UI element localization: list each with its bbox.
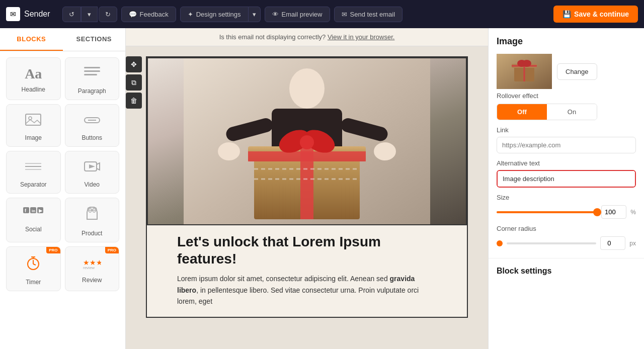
size-slider-fill bbox=[497, 211, 597, 213]
svg-rect-2 bbox=[84, 74, 97, 75]
social-icon: f in ▶ bbox=[23, 206, 43, 222]
panel-tabs: BLOCKS SECTIONS bbox=[0, 28, 125, 51]
email-bar: Is this email not displaying correctly? … bbox=[126, 28, 488, 46]
video-icon bbox=[84, 159, 100, 177]
image-icon bbox=[25, 113, 41, 130]
pro-badge-timer: PRO bbox=[46, 247, 60, 253]
main-layout: BLOCKS SECTIONS Aa Headline Paragraph Im… bbox=[0, 28, 644, 349]
corner-row: 0 px bbox=[497, 236, 636, 250]
review-icon: ★★★ review bbox=[83, 255, 101, 273]
send-test-button[interactable]: ✉ Send test email bbox=[334, 7, 403, 22]
block-item-paragraph[interactable]: Paragraph bbox=[65, 57, 120, 100]
dropdown-button[interactable]: ▾ bbox=[81, 7, 98, 22]
image-thumbnail bbox=[497, 54, 552, 89]
undo-icon: ↺ bbox=[69, 11, 74, 18]
save-icon: 💾 bbox=[562, 10, 571, 18]
block-item-separator[interactable]: Separator bbox=[6, 151, 61, 194]
toggle-off-button[interactable]: Off bbox=[497, 104, 547, 120]
image-section: Image bbox=[489, 28, 644, 258]
tab-blocks[interactable]: BLOCKS bbox=[0, 28, 63, 51]
paragraph-icon bbox=[84, 66, 100, 83]
undo-redo-group: ↺ ▾ ↻ bbox=[62, 7, 117, 22]
headline-label: Headline bbox=[22, 86, 45, 93]
delete-block-button[interactable]: 🗑 bbox=[126, 93, 142, 109]
canvas-wrapper: ✥ ⧉ 🗑 bbox=[146, 56, 468, 318]
image-thumbnail-row: Change bbox=[497, 54, 636, 89]
blocks-grid: Aa Headline Paragraph Image Buttons bbox=[0, 51, 125, 297]
change-button[interactable]: Change bbox=[557, 63, 597, 80]
svg-text:in: in bbox=[32, 209, 35, 213]
size-slider[interactable] bbox=[497, 207, 597, 217]
email-image-block[interactable] bbox=[147, 57, 467, 225]
size-label: Size bbox=[497, 194, 636, 201]
block-item-buttons[interactable]: Buttons bbox=[65, 104, 120, 147]
block-item-timer[interactable]: Timer PRO bbox=[6, 246, 61, 291]
logo-text: Sender bbox=[24, 10, 50, 19]
svg-text:review: review bbox=[83, 266, 95, 269]
svg-point-29 bbox=[289, 68, 325, 109]
move-block-button[interactable]: ✥ bbox=[126, 56, 142, 72]
svg-rect-1 bbox=[84, 70, 100, 72]
left-panel: BLOCKS SECTIONS Aa Headline Paragraph Im… bbox=[0, 28, 126, 349]
canvas-area: Is this email not displaying correctly? … bbox=[126, 28, 488, 349]
corner-radius-label: Corner radius bbox=[497, 225, 636, 232]
logo: ✉ Sender bbox=[6, 7, 50, 21]
alt-text-label: Alternative text bbox=[497, 159, 636, 167]
corner-slider-track[interactable] bbox=[507, 242, 596, 244]
eye-icon: 👁 bbox=[272, 11, 279, 18]
save-continue-button[interactable]: 💾 Save & continue bbox=[553, 6, 638, 23]
svg-rect-12 bbox=[23, 207, 29, 213]
corner-slider-dot bbox=[497, 240, 503, 246]
svg-point-50 bbox=[522, 60, 531, 67]
link-input[interactable] bbox=[497, 137, 636, 153]
logo-icon: ✉ bbox=[6, 7, 20, 21]
review-label: Review bbox=[82, 277, 102, 284]
size-number-input[interactable]: 100 bbox=[601, 205, 626, 219]
timer-label: Timer bbox=[26, 279, 41, 286]
gift-svg bbox=[148, 58, 466, 224]
block-settings-header: Block settings bbox=[489, 258, 644, 284]
block-item-video[interactable]: Video bbox=[65, 151, 120, 194]
corner-number-input[interactable]: 0 bbox=[600, 236, 625, 250]
email-preview-button[interactable]: 👁 Email preview bbox=[265, 7, 330, 22]
svg-rect-38 bbox=[248, 151, 366, 161]
duplicate-block-button[interactable]: ⧉ bbox=[126, 74, 142, 91]
feedback-button[interactable]: 💬 Feedback bbox=[121, 7, 176, 22]
design-settings-dropdown-button[interactable]: ▾ bbox=[249, 7, 261, 22]
block-item-image[interactable]: Image bbox=[6, 104, 61, 147]
design-settings-button[interactable]: ✦ Design settings bbox=[180, 7, 249, 22]
email-content: Let's unlock that Lorem Ipsum features! … bbox=[146, 56, 468, 318]
rollover-effect-label: Rollover effect bbox=[497, 92, 636, 100]
svg-point-33 bbox=[218, 142, 240, 160]
email-bar-text: Is this email not displaying correctly? … bbox=[219, 33, 395, 41]
size-row: 100 % bbox=[497, 205, 636, 219]
block-item-social[interactable]: f in ▶ Social bbox=[6, 198, 61, 242]
view-browser-link[interactable]: View it in your browser. bbox=[328, 33, 394, 41]
separator-label: Separator bbox=[20, 181, 47, 188]
size-slider-track bbox=[497, 211, 597, 213]
block-item-product[interactable]: Product bbox=[65, 198, 120, 242]
redo-button[interactable]: ↻ bbox=[99, 7, 117, 22]
product-label: Product bbox=[82, 230, 102, 237]
svg-point-34 bbox=[374, 142, 396, 160]
corner-unit: px bbox=[629, 240, 636, 247]
svg-rect-3 bbox=[26, 114, 41, 125]
svg-text:▶: ▶ bbox=[39, 208, 43, 213]
send-icon: ✉ bbox=[342, 11, 347, 18]
alt-text-input[interactable] bbox=[498, 171, 635, 187]
right-panel: Image bbox=[488, 28, 644, 349]
block-item-headline[interactable]: Aa Headline bbox=[6, 57, 61, 100]
right-panel-title: Image bbox=[497, 36, 636, 47]
image-label: Image bbox=[25, 134, 42, 141]
pro-badge-review: PRO bbox=[105, 247, 119, 253]
gift-image bbox=[148, 58, 466, 224]
undo-button[interactable]: ↺ bbox=[62, 7, 81, 22]
canvas-controls: ✥ ⧉ 🗑 bbox=[126, 56, 142, 109]
size-slider-thumb[interactable] bbox=[593, 208, 601, 216]
timer-icon bbox=[25, 255, 41, 275]
svg-point-41 bbox=[300, 135, 314, 149]
tab-sections[interactable]: SECTIONS bbox=[63, 28, 126, 51]
block-item-review[interactable]: ★★★ review Review PRO bbox=[65, 246, 120, 291]
toggle-on-button[interactable]: On bbox=[547, 104, 597, 120]
chevron-down-icon: ▾ bbox=[88, 11, 91, 18]
